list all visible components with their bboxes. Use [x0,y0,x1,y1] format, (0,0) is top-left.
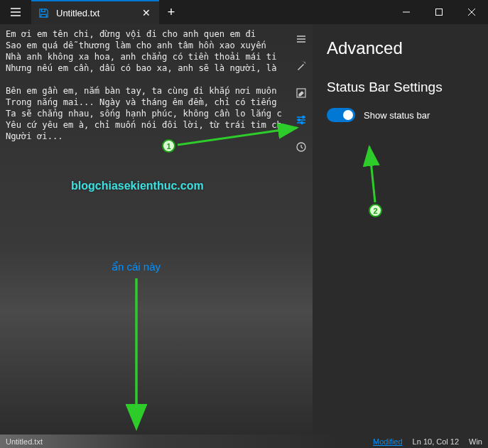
file-tab[interactable]: Untitled.txt ✕ [31,0,159,24]
watermark-text: blogchiasekienthuc.com [71,180,204,192]
close-window-button[interactable] [455,0,488,24]
window-controls [390,0,488,24]
show-status-bar-toggle[interactable] [327,108,355,122]
settings-panel: Advanced Status Bar Settings Show status… [313,24,488,435]
panel-title: Advanced [327,38,474,58]
annotation-marker-2: 2 [369,204,382,217]
status-bar: Untitled.txt Modified Ln 10, Col 12 Win [0,435,488,448]
status-cursor: Ln 10, Col 12 [413,437,459,446]
maximize-button[interactable] [423,0,455,24]
toggle-knob [343,110,353,120]
edit-icon[interactable] [295,87,308,99]
hamburger-icon [10,6,21,18]
show-status-bar-row: Show status bar [327,108,474,122]
editor-toolbar [290,24,313,153]
svg-point-2 [303,116,305,119]
history-icon[interactable] [295,141,308,153]
wand-icon[interactable] [295,60,308,72]
tab-close-button[interactable]: ✕ [141,7,152,18]
hide-this-label: ẩn cái này [112,261,161,273]
main-content: Em ơi em tên chi, đừng vội đi cho anh qu… [0,24,488,435]
settings-sliders-icon[interactable] [295,114,308,126]
panel-section-title: Status Bar Settings [327,80,474,95]
status-encoding: Win [469,437,482,446]
editor-area: Em ơi em tên chi, đừng vội đi cho anh qu… [0,24,313,435]
tab-title: Untitled.txt [56,8,134,18]
toggle-label: Show status bar [364,110,430,121]
svg-point-4 [301,122,303,124]
svg-rect-0 [436,9,443,16]
status-filename: Untitled.txt [6,437,373,446]
menu-button[interactable] [0,0,31,24]
editor-text[interactable]: Em ơi em tên chi, đừng vội đi cho anh qu… [0,24,291,146]
status-modified[interactable]: Modified [373,437,403,446]
annotation-marker-1: 1 [162,139,175,153]
menu-icon[interactable] [295,33,308,45]
minimize-button[interactable] [390,0,423,24]
title-bar: Untitled.txt ✕ + [0,0,488,24]
new-tab-button[interactable]: + [159,0,183,24]
save-icon [38,8,49,18]
svg-point-3 [298,119,300,121]
